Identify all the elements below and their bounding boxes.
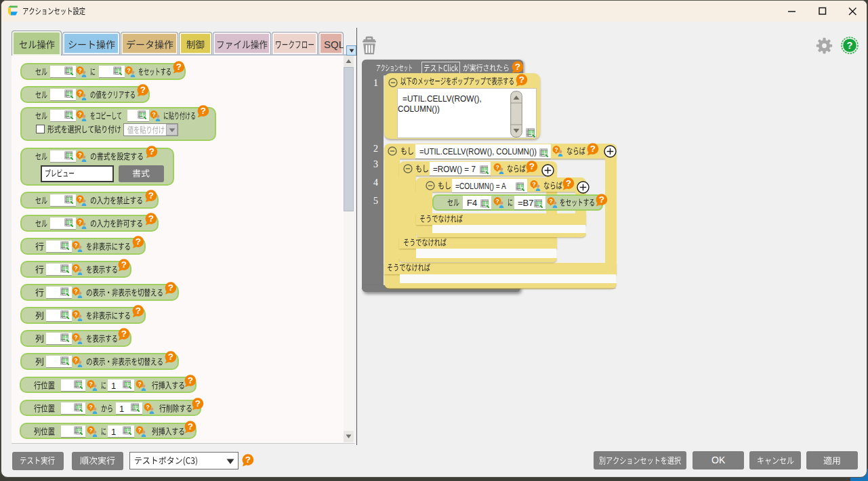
svg-text:?: ? [554, 146, 558, 153]
svg-text:?: ? [74, 334, 77, 341]
svg-text:?: ? [532, 181, 535, 188]
svg-text:?: ? [74, 242, 77, 249]
svg-text:?: ? [529, 161, 535, 171]
svg-text:?: ? [549, 198, 552, 205]
svg-text:?: ? [168, 283, 173, 293]
svg-text:?: ? [136, 236, 141, 247]
svg-text:?: ? [515, 62, 520, 72]
svg-text:?: ? [78, 152, 81, 159]
svg-text:?: ? [127, 67, 130, 74]
svg-text:?: ? [89, 427, 92, 434]
svg-text:?: ? [74, 311, 77, 318]
svg-text:?: ? [138, 427, 141, 434]
svg-text:?: ? [195, 398, 201, 409]
svg-text:?: ? [495, 198, 499, 205]
svg-text:?: ? [149, 146, 154, 156]
svg-text:?: ? [152, 111, 155, 118]
svg-text:?: ? [74, 265, 77, 272]
svg-text:?: ? [121, 329, 127, 339]
svg-text:?: ? [140, 85, 146, 95]
svg-text:?: ? [188, 421, 193, 432]
svg-text:?: ? [176, 62, 182, 72]
svg-text:?: ? [78, 219, 81, 226]
svg-text:?: ? [519, 75, 524, 85]
svg-text:?: ? [74, 357, 77, 364]
svg-text:?: ? [188, 375, 193, 385]
svg-text:?: ? [78, 111, 81, 118]
svg-text:?: ? [168, 352, 173, 362]
svg-text:?: ? [148, 213, 154, 224]
svg-text:?: ? [148, 190, 154, 201]
svg-text:?: ? [74, 288, 77, 295]
svg-text:?: ? [89, 404, 92, 411]
svg-text:?: ? [121, 259, 127, 270]
svg-text:?: ? [89, 381, 92, 388]
svg-text:?: ? [78, 90, 81, 97]
svg-text:?: ? [78, 67, 81, 74]
svg-text:?: ? [201, 106, 206, 116]
svg-text:?: ? [138, 381, 141, 388]
svg-text:?: ? [146, 404, 149, 411]
svg-text:?: ? [847, 40, 853, 51]
svg-text:?: ? [599, 194, 604, 205]
svg-text:?: ? [136, 306, 141, 316]
svg-text:?: ? [495, 164, 499, 171]
svg-text:?: ? [566, 178, 571, 188]
svg-text:?: ? [245, 455, 251, 465]
svg-text:?: ? [78, 196, 81, 203]
svg-text:?: ? [590, 144, 596, 154]
